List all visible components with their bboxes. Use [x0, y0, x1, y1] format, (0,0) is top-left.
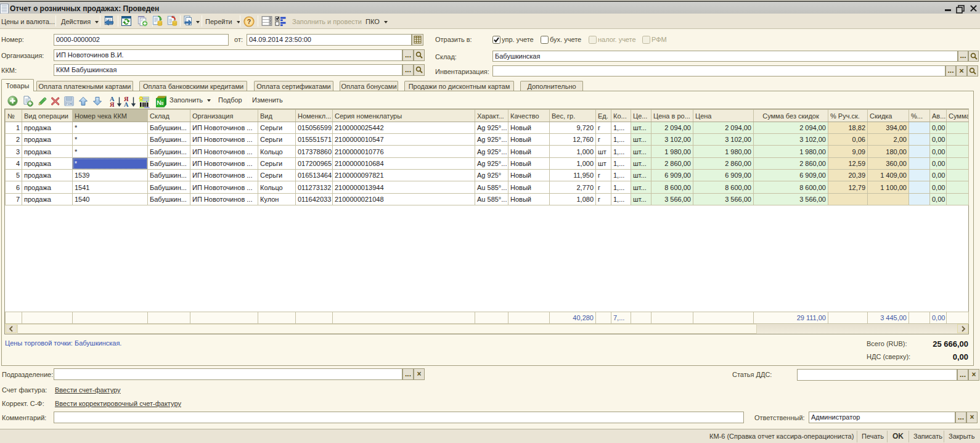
svg-text:А: А — [124, 101, 129, 107]
svg-text:?: ? — [247, 18, 251, 25]
svg-text:Я: Я — [110, 101, 115, 107]
svg-text:ГОК: ГОК — [66, 102, 73, 106]
svg-text:№: № — [157, 99, 163, 106]
